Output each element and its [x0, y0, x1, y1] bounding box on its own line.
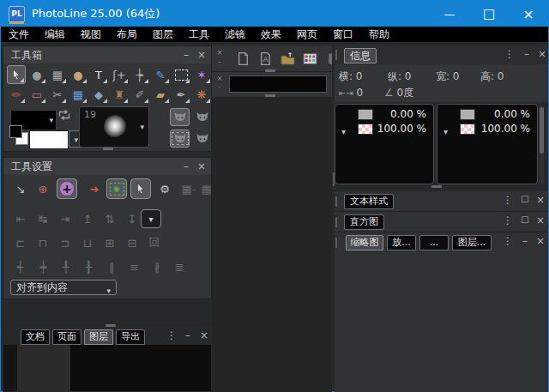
lasso-tool[interactable]: ●	[27, 65, 46, 84]
scrollbar-thumb[interactable]	[540, 107, 544, 154]
align-button[interactable]: ≡	[124, 257, 145, 276]
tab-导出[interactable]: 导出	[116, 329, 145, 345]
swap-colors-icon[interactable]	[57, 108, 71, 122]
panel-close-icon[interactable]: ×	[534, 194, 546, 206]
tab-文档[interactable]: 文档	[21, 329, 50, 345]
pen-tool[interactable]: ʃ+	[110, 65, 129, 84]
align-button[interactable]: ┽	[10, 257, 31, 276]
dock-collapse-icon[interactable]: ·	[215, 85, 224, 92]
menu-item-9[interactable]: 网页	[289, 27, 325, 42]
menu-item-8[interactable]: 效果	[253, 27, 289, 42]
align-button[interactable]: ⊟	[122, 233, 142, 252]
align-mode-dropdown[interactable]: 对齐到内容 ▾	[10, 280, 117, 295]
clipped-icon[interactable]	[323, 50, 332, 67]
menu-item-4[interactable]: 布局	[109, 27, 145, 42]
dock-collapse-icon[interactable]: ‐	[215, 59, 224, 66]
menu-item-10[interactable]: 窗口	[325, 27, 361, 42]
scrollbar[interactable]	[540, 106, 544, 184]
align-button[interactable]: ╀	[56, 257, 76, 276]
panel-menu-icon[interactable]: ⋮	[502, 194, 514, 206]
knife-tool[interactable]: ✂	[48, 85, 67, 104]
show-handles-button[interactable]: ◉	[106, 178, 127, 199]
info-close-icon[interactable]: ×	[536, 48, 548, 60]
minimize-button[interactable]: —	[430, 1, 469, 27]
panel-menu-icon[interactable]: ⋮	[502, 214, 514, 226]
tool-settings-minimize-button[interactable]: –	[180, 158, 192, 175]
canvas-area[interactable]	[212, 97, 332, 392]
layer-cat-button[interactable]	[170, 108, 190, 126]
dock-grip[interactable]	[335, 217, 337, 227]
info-minimize-icon[interactable]: –	[521, 48, 533, 60]
panel-menu-icon[interactable]: ⋮	[166, 329, 178, 341]
menu-item-5[interactable]: 图层	[145, 27, 181, 42]
thumbnail-menu-icon[interactable]: ⋮	[502, 235, 514, 247]
smudge-tool[interactable]: ▰	[151, 85, 170, 104]
toolbox-close-button[interactable]: ×	[196, 46, 208, 63]
registration-button[interactable]: ⊕	[33, 178, 53, 199]
toolbox-minimize-button[interactable]: –	[180, 46, 192, 63]
eraser-tool[interactable]: ▭	[27, 85, 46, 104]
virtual-center-button[interactable]: +	[57, 178, 77, 199]
convert-button[interactable]: ➜	[84, 178, 105, 199]
browse-colors-icon[interactable]	[301, 50, 318, 67]
tab-图层...[interactable]: 图层...	[452, 235, 492, 250]
panel-resize-notch[interactable]	[103, 148, 113, 150]
panel-resize-notch[interactable]	[431, 185, 442, 188]
magic-wand-tool[interactable]: ✶	[192, 65, 211, 84]
dock-grip[interactable]	[335, 238, 337, 248]
thumbnail-minimize-icon[interactable]: –	[519, 235, 531, 247]
close-button[interactable]: ×	[509, 1, 548, 27]
layer-preview-area[interactable]	[70, 345, 211, 391]
skew-transform-button[interactable]: ↘	[10, 178, 31, 199]
thumbnail-close-icon[interactable]: ×	[534, 235, 546, 247]
stamp-tool[interactable]: ♜	[110, 85, 129, 104]
align-button[interactable]: ⇥	[55, 209, 75, 228]
align-button[interactable]: ↧	[122, 209, 142, 228]
eyedropper-tool[interactable]: ✎	[151, 65, 170, 84]
maximize-button[interactable]: □	[469, 1, 509, 27]
panel-maximize-icon[interactable]: □	[519, 194, 531, 203]
pointer-button[interactable]	[130, 178, 151, 199]
new-text-document-icon[interactable]: A	[256, 50, 274, 67]
paintbrush-tool[interactable]: ✏	[7, 85, 26, 104]
opacity-editor-2[interactable]: ▾0.00 %100.00 %	[437, 104, 538, 184]
tab-缩略图[interactable]: 缩略图	[346, 235, 383, 250]
text-tool[interactable]: T	[89, 65, 108, 84]
info-menu-icon[interactable]: ⋮	[504, 48, 516, 60]
move-tool[interactable]	[7, 65, 26, 84]
tab-文本样式[interactable]: 文本样式	[344, 194, 394, 209]
document-name-field[interactable]	[229, 75, 327, 93]
airbrush-tool[interactable]: ✐	[130, 85, 149, 104]
align-button[interactable]: ⇅	[100, 209, 120, 228]
menu-item-2[interactable]: 编辑	[37, 27, 73, 42]
align-button[interactable]: ∦	[147, 257, 167, 276]
tab-图层[interactable]: 图层	[84, 329, 113, 345]
pattern-tool[interactable]: ▦	[69, 85, 87, 104]
new-document-icon[interactable]	[234, 50, 251, 67]
align-button[interactable]: ┿	[33, 257, 54, 276]
panel-close-icon[interactable]: ×	[198, 329, 210, 341]
dock-close-icon[interactable]: ×	[215, 50, 224, 57]
panel-close-icon[interactable]: ×	[534, 214, 546, 226]
align-button[interactable]: ∥	[101, 257, 122, 276]
opacity-editor-1[interactable]: ▾0.00 %100.00 %	[335, 104, 434, 184]
panel-resize-notch[interactable]	[106, 324, 116, 327]
menu-item-11[interactable]: 帮助	[361, 27, 397, 42]
selection-cat-button[interactable]	[170, 130, 190, 148]
tool-settings-close-button[interactable]: ×	[196, 158, 208, 175]
brush-preview[interactable]: 19 ▾	[79, 106, 149, 148]
options-gear-button[interactable]: ⚙	[154, 178, 175, 199]
quill-tool[interactable]: ✒	[172, 85, 190, 104]
shape-tool[interactable]: ●	[69, 65, 87, 84]
transform-grid-tool[interactable]: ▦	[48, 65, 67, 84]
align-button[interactable]: ↥	[77, 209, 98, 228]
brush-dropdown-icon[interactable]: ▾	[140, 123, 144, 131]
tab-info[interactable]: 信息	[344, 48, 377, 63]
align-button[interactable]: ≣	[170, 257, 190, 276]
align-button[interactable]: ⊞	[100, 233, 120, 252]
more-align-options-button[interactable]: ▾	[141, 209, 161, 228]
open-file-icon[interactable]	[279, 50, 296, 67]
align-button[interactable]: ↹	[33, 209, 53, 228]
dock-grip[interactable]	[335, 50, 337, 60]
menu-item-3[interactable]: 视图	[73, 27, 109, 42]
